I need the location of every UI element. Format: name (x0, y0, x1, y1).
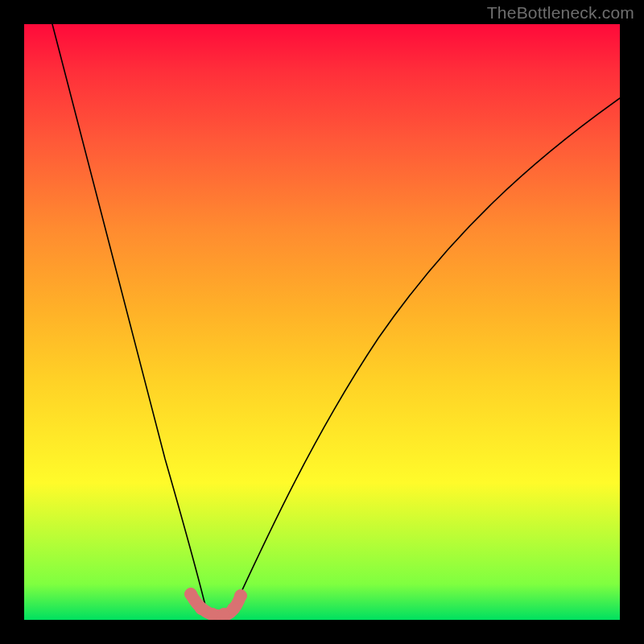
bead-6 (235, 590, 247, 602)
bead-5 (228, 603, 240, 615)
plot-area (24, 24, 620, 620)
curve-left-branch (52, 24, 205, 605)
bead-2 (196, 603, 208, 615)
bead-1 (185, 588, 197, 601)
bead-3 (207, 609, 219, 621)
chart-stage: TheBottleneck.com (0, 0, 644, 644)
curve-layer (24, 24, 620, 620)
watermark-text: TheBottleneck.com (487, 3, 634, 23)
curve-right-branch (235, 98, 620, 605)
